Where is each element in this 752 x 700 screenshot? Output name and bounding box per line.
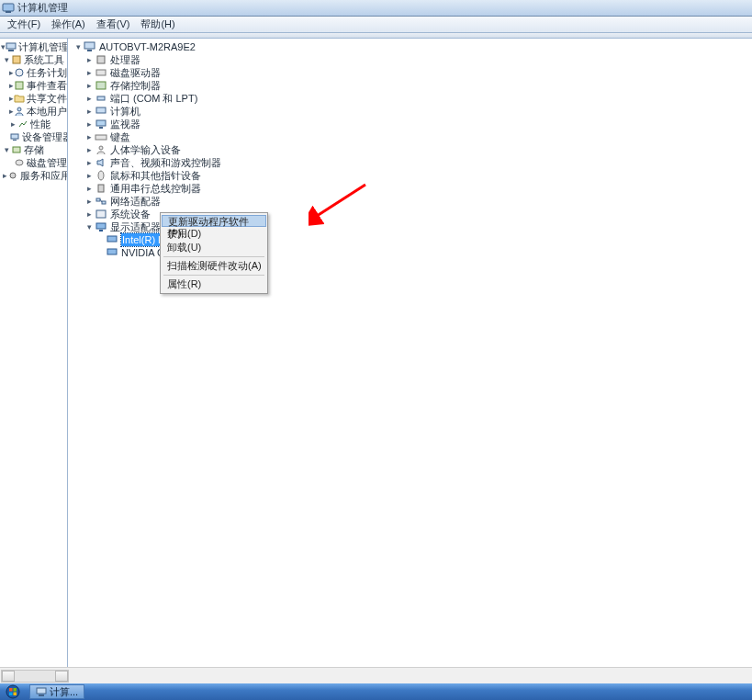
expand-icon[interactable]: ▸ (84, 182, 95, 195)
expand-icon[interactable]: ▸ (84, 53, 95, 66)
tree-processors[interactable]: ▸ 处理器 (68, 53, 752, 66)
scroll-track[interactable] (1, 670, 69, 683)
menu-file[interactable]: 文件(F) (2, 17, 46, 31)
monitor-icon (95, 119, 107, 130)
expand-icon[interactable]: ▸ (84, 156, 95, 169)
nav-system-tools[interactable]: ▾ 系统工具 (0, 53, 67, 66)
scroll-left-button[interactable] (2, 671, 15, 682)
expand-icon[interactable]: ▾ (3, 53, 11, 66)
svg-rect-36 (9, 688, 13, 692)
context-menu[interactable]: 更新驱动程序软件(P)... 禁用(D) 卸载(U) 扫描检测硬件改动(A) 属… (160, 212, 268, 294)
expand-icon[interactable]: ▸ (84, 79, 95, 92)
nav-disk-mgmt-label: 磁盘管理 (27, 156, 67, 169)
folder-icon (14, 93, 25, 104)
menu-help[interactable]: 帮助(H) (135, 17, 180, 31)
taskbar-task-compmgmt[interactable]: 计算... (29, 684, 84, 699)
tree-computer-label: 计算机 (110, 105, 140, 118)
expand-icon[interactable]: ▸ (84, 118, 95, 130)
computer-icon (84, 41, 96, 52)
svg-point-23 (99, 146, 103, 150)
expand-icon[interactable]: ▸ (84, 143, 95, 156)
svg-rect-10 (13, 147, 20, 152)
left-nav-tree[interactable]: ▾ 计算机管理(本地 ▾ 系统工具 ▸ 任务计划程 ▸ 事件查看器 ▸ 共享文件… (0, 39, 68, 667)
nav-event-viewer[interactable]: ▸ 事件查看器 (0, 79, 67, 92)
menu-action[interactable]: 操作(A) (46, 17, 91, 31)
storage-icon (11, 144, 22, 155)
start-button[interactable] (0, 683, 26, 700)
ctx-update-driver[interactable]: 更新驱动程序软件(P)... (162, 215, 266, 227)
svg-rect-37 (14, 688, 17, 692)
tree-disk-drives[interactable]: ▸ 磁盘驱动器 (68, 66, 752, 79)
tree-monitors[interactable]: ▸ 监视器 (68, 118, 752, 130)
tree-ports[interactable]: ▸ 端口 (COM 和 LPT) (68, 92, 752, 105)
svg-rect-32 (107, 236, 117, 242)
expand-icon[interactable]: ▸ (9, 118, 17, 130)
tree-storage-ctrl[interactable]: ▸ 存储控制器 (68, 79, 752, 92)
nav-local-users[interactable]: ▸ 本地用户和 (0, 105, 67, 118)
tree-usb-label: 通用串行总线控制器 (110, 182, 201, 195)
expand-icon[interactable]: ▸ (84, 208, 95, 220)
expand-icon[interactable]: ▸ (84, 195, 95, 208)
nav-task-scheduler[interactable]: ▸ 任务计划程 (0, 66, 67, 79)
scroll-thumb[interactable] (15, 671, 55, 682)
expand-icon[interactable]: ▸ (84, 169, 95, 182)
svg-rect-40 (37, 688, 46, 694)
tree-mouse[interactable]: ▸ 鼠标和其他指针设备 (68, 169, 752, 182)
svg-rect-14 (87, 50, 92, 51)
svg-rect-3 (8, 50, 14, 51)
expand-icon[interactable]: ▾ (84, 220, 95, 233)
expand-icon[interactable]: ▸ (84, 130, 95, 143)
tree-keyboards-label: 键盘 (110, 130, 130, 143)
nav-shared-folders-label: 共享文件夹 (27, 92, 68, 105)
expand-icon[interactable]: ▾ (3, 143, 11, 156)
tree-sound[interactable]: ▸ 声音、视频和游戏控制器 (68, 156, 752, 169)
nav-services-apps-label: 服务和应用程 (20, 169, 68, 182)
tree-computer[interactable]: ▸ 计算机 (68, 105, 752, 118)
ctx-uninstall[interactable]: 卸载(U) (162, 241, 266, 254)
nav-event-viewer-label: 事件查看器 (27, 79, 68, 92)
expand-icon[interactable]: ▸ (84, 92, 95, 105)
tree-system-dev-label: 系统设备 (110, 208, 151, 220)
nav-storage[interactable]: ▾ 存储 (0, 143, 67, 156)
usb-icon (95, 183, 107, 194)
ctx-disable[interactable]: 禁用(D) (162, 227, 266, 241)
expand-icon[interactable]: ▸ (84, 105, 95, 118)
nav-shared-folders[interactable]: ▸ 共享文件夹 (0, 92, 67, 105)
menu-view[interactable]: 查看(V) (91, 17, 136, 31)
nav-services-apps[interactable]: ▸ 服务和应用程 (0, 169, 67, 182)
tree-root[interactable]: ▾ AUTOBVT-M2RA9E2 (68, 40, 752, 53)
expand-icon[interactable]: ▸ (84, 66, 95, 79)
device-tree-pane[interactable]: ▾ AUTOBVT-M2RA9E2 ▸ 处理器 ▸ 磁盘驱动器 ▸ 存储控制器 … (68, 39, 752, 667)
svg-rect-39 (14, 693, 17, 696)
svg-rect-26 (96, 198, 100, 201)
svg-rect-22 (95, 135, 107, 140)
tree-disk-drives-label: 磁盘驱动器 (110, 66, 161, 79)
tree-network[interactable]: ▸ 网络适配器 (68, 195, 752, 208)
ctx-separator (163, 275, 264, 276)
tree-root-label: AUTOBVT-M2RA9E2 (99, 40, 196, 53)
horizontal-scrollbar[interactable] (0, 667, 752, 683)
nav-disk-mgmt[interactable]: 磁盘管理 (0, 156, 67, 169)
tree-hid[interactable]: ▸ 人体学输入设备 (68, 143, 752, 156)
nav-performance[interactable]: ▸ 性能 (0, 118, 67, 130)
ctx-properties[interactable]: 属性(R) (162, 277, 266, 291)
expand-icon[interactable]: ▾ (73, 40, 84, 53)
tree-storage-ctrl-label: 存储控制器 (110, 79, 161, 92)
ctx-scan-hw[interactable]: 扫描检测硬件改动(A) (162, 259, 266, 273)
scroll-right-button[interactable] (55, 671, 68, 682)
nav-device-manager[interactable]: 设备管理器 (0, 130, 67, 143)
port-icon (95, 93, 107, 104)
system-icon (95, 209, 107, 220)
svg-rect-20 (96, 120, 106, 126)
device-icon (9, 131, 20, 142)
tree-processors-label: 处理器 (110, 53, 140, 66)
keyboard-icon (95, 131, 107, 142)
nav-root[interactable]: ▾ 计算机管理(本地 (0, 40, 67, 53)
taskbar[interactable]: 计算... (0, 683, 752, 700)
svg-rect-31 (99, 230, 103, 231)
tree-usb[interactable]: ▸ 通用串行总线控制器 (68, 182, 752, 195)
menubar: 文件(F) 操作(A) 查看(V) 帮助(H) (0, 17, 752, 33)
svg-point-7 (17, 107, 21, 111)
tree-keyboards[interactable]: ▸ 键盘 (68, 130, 752, 143)
svg-rect-33 (107, 249, 117, 254)
